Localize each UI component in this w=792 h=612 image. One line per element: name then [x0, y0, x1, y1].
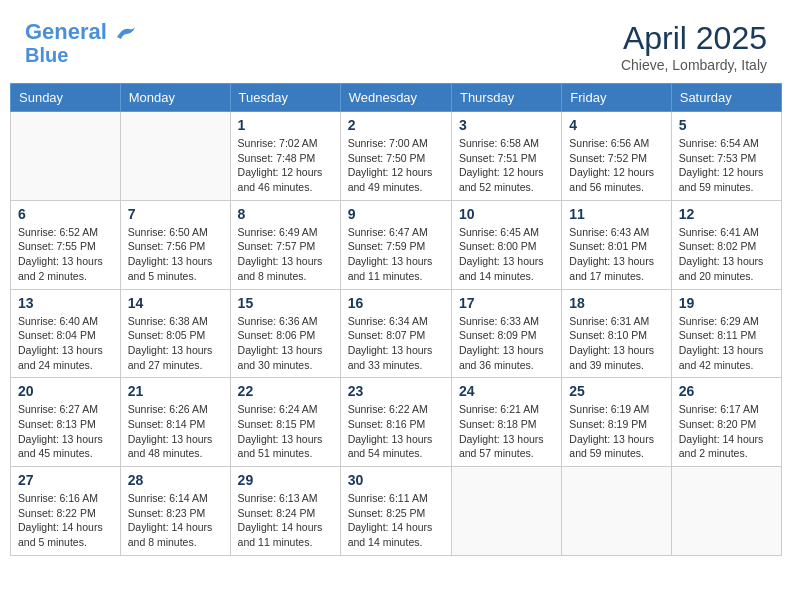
calendar-cell: [671, 467, 781, 556]
day-number: 12: [679, 206, 774, 222]
day-info: Sunrise: 6:50 AMSunset: 7:56 PMDaylight:…: [128, 225, 223, 284]
weekday-header-tuesday: Tuesday: [230, 84, 340, 112]
day-number: 19: [679, 295, 774, 311]
day-info: Sunrise: 6:38 AMSunset: 8:05 PMDaylight:…: [128, 314, 223, 373]
calendar-cell: 9Sunrise: 6:47 AMSunset: 7:59 PMDaylight…: [340, 200, 451, 289]
day-number: 20: [18, 383, 113, 399]
calendar-cell: [451, 467, 561, 556]
calendar-cell: 6Sunrise: 6:52 AMSunset: 7:55 PMDaylight…: [11, 200, 121, 289]
day-info: Sunrise: 6:40 AMSunset: 8:04 PMDaylight:…: [18, 314, 113, 373]
calendar-header-row: SundayMondayTuesdayWednesdayThursdayFrid…: [11, 84, 782, 112]
day-number: 3: [459, 117, 554, 133]
calendar-cell: 14Sunrise: 6:38 AMSunset: 8:05 PMDayligh…: [120, 289, 230, 378]
calendar-cell: 20Sunrise: 6:27 AMSunset: 8:13 PMDayligh…: [11, 378, 121, 467]
day-number: 17: [459, 295, 554, 311]
day-info: Sunrise: 7:00 AMSunset: 7:50 PMDaylight:…: [348, 136, 444, 195]
day-number: 23: [348, 383, 444, 399]
calendar-cell: 29Sunrise: 6:13 AMSunset: 8:24 PMDayligh…: [230, 467, 340, 556]
day-info: Sunrise: 6:52 AMSunset: 7:55 PMDaylight:…: [18, 225, 113, 284]
logo-blue: Blue: [25, 44, 68, 66]
day-number: 9: [348, 206, 444, 222]
day-number: 18: [569, 295, 663, 311]
day-info: Sunrise: 6:54 AMSunset: 7:53 PMDaylight:…: [679, 136, 774, 195]
day-info: Sunrise: 6:19 AMSunset: 8:19 PMDaylight:…: [569, 402, 663, 461]
location: Chieve, Lombardy, Italy: [621, 57, 767, 73]
day-number: 21: [128, 383, 223, 399]
calendar-cell: 13Sunrise: 6:40 AMSunset: 8:04 PMDayligh…: [11, 289, 121, 378]
day-number: 24: [459, 383, 554, 399]
weekday-header-monday: Monday: [120, 84, 230, 112]
page-header: General Blue April 2025 Chieve, Lombardy…: [10, 10, 782, 78]
day-info: Sunrise: 6:17 AMSunset: 8:20 PMDaylight:…: [679, 402, 774, 461]
day-number: 13: [18, 295, 113, 311]
day-info: Sunrise: 6:34 AMSunset: 8:07 PMDaylight:…: [348, 314, 444, 373]
day-number: 7: [128, 206, 223, 222]
day-number: 4: [569, 117, 663, 133]
calendar-cell: 26Sunrise: 6:17 AMSunset: 8:20 PMDayligh…: [671, 378, 781, 467]
calendar-table: SundayMondayTuesdayWednesdayThursdayFrid…: [10, 83, 782, 556]
day-number: 6: [18, 206, 113, 222]
logo-bird-icon: [115, 25, 137, 41]
day-info: Sunrise: 6:41 AMSunset: 8:02 PMDaylight:…: [679, 225, 774, 284]
day-number: 10: [459, 206, 554, 222]
day-info: Sunrise: 6:29 AMSunset: 8:11 PMDaylight:…: [679, 314, 774, 373]
day-info: Sunrise: 6:43 AMSunset: 8:01 PMDaylight:…: [569, 225, 663, 284]
calendar-cell: 16Sunrise: 6:34 AMSunset: 8:07 PMDayligh…: [340, 289, 451, 378]
weekday-header-wednesday: Wednesday: [340, 84, 451, 112]
calendar-week-row: 27Sunrise: 6:16 AMSunset: 8:22 PMDayligh…: [11, 467, 782, 556]
day-number: 2: [348, 117, 444, 133]
title-block: April 2025 Chieve, Lombardy, Italy: [621, 20, 767, 73]
calendar-week-row: 20Sunrise: 6:27 AMSunset: 8:13 PMDayligh…: [11, 378, 782, 467]
day-info: Sunrise: 6:36 AMSunset: 8:06 PMDaylight:…: [238, 314, 333, 373]
calendar-week-row: 1Sunrise: 7:02 AMSunset: 7:48 PMDaylight…: [11, 112, 782, 201]
day-info: Sunrise: 6:24 AMSunset: 8:15 PMDaylight:…: [238, 402, 333, 461]
calendar-week-row: 6Sunrise: 6:52 AMSunset: 7:55 PMDaylight…: [11, 200, 782, 289]
calendar-cell: 12Sunrise: 6:41 AMSunset: 8:02 PMDayligh…: [671, 200, 781, 289]
month-title: April 2025: [621, 20, 767, 57]
day-info: Sunrise: 6:33 AMSunset: 8:09 PMDaylight:…: [459, 314, 554, 373]
weekday-header-thursday: Thursday: [451, 84, 561, 112]
day-number: 11: [569, 206, 663, 222]
calendar-cell: [120, 112, 230, 201]
weekday-header-saturday: Saturday: [671, 84, 781, 112]
day-info: Sunrise: 6:14 AMSunset: 8:23 PMDaylight:…: [128, 491, 223, 550]
day-info: Sunrise: 6:13 AMSunset: 8:24 PMDaylight:…: [238, 491, 333, 550]
calendar-cell: 10Sunrise: 6:45 AMSunset: 8:00 PMDayligh…: [451, 200, 561, 289]
calendar-cell: 5Sunrise: 6:54 AMSunset: 7:53 PMDaylight…: [671, 112, 781, 201]
calendar-cell: 19Sunrise: 6:29 AMSunset: 8:11 PMDayligh…: [671, 289, 781, 378]
day-info: Sunrise: 6:47 AMSunset: 7:59 PMDaylight:…: [348, 225, 444, 284]
calendar-cell: 7Sunrise: 6:50 AMSunset: 7:56 PMDaylight…: [120, 200, 230, 289]
calendar-cell: 27Sunrise: 6:16 AMSunset: 8:22 PMDayligh…: [11, 467, 121, 556]
day-number: 27: [18, 472, 113, 488]
calendar-cell: 22Sunrise: 6:24 AMSunset: 8:15 PMDayligh…: [230, 378, 340, 467]
day-number: 25: [569, 383, 663, 399]
calendar-cell: 4Sunrise: 6:56 AMSunset: 7:52 PMDaylight…: [562, 112, 671, 201]
day-info: Sunrise: 7:02 AMSunset: 7:48 PMDaylight:…: [238, 136, 333, 195]
day-info: Sunrise: 6:31 AMSunset: 8:10 PMDaylight:…: [569, 314, 663, 373]
calendar-cell: 25Sunrise: 6:19 AMSunset: 8:19 PMDayligh…: [562, 378, 671, 467]
day-info: Sunrise: 6:56 AMSunset: 7:52 PMDaylight:…: [569, 136, 663, 195]
day-info: Sunrise: 6:22 AMSunset: 8:16 PMDaylight:…: [348, 402, 444, 461]
calendar-cell: 30Sunrise: 6:11 AMSunset: 8:25 PMDayligh…: [340, 467, 451, 556]
day-info: Sunrise: 6:26 AMSunset: 8:14 PMDaylight:…: [128, 402, 223, 461]
calendar-cell: 1Sunrise: 7:02 AMSunset: 7:48 PMDaylight…: [230, 112, 340, 201]
day-number: 16: [348, 295, 444, 311]
calendar-cell: 18Sunrise: 6:31 AMSunset: 8:10 PMDayligh…: [562, 289, 671, 378]
calendar-cell: 2Sunrise: 7:00 AMSunset: 7:50 PMDaylight…: [340, 112, 451, 201]
day-number: 22: [238, 383, 333, 399]
calendar-cell: 28Sunrise: 6:14 AMSunset: 8:23 PMDayligh…: [120, 467, 230, 556]
logo-text: General: [25, 20, 137, 44]
calendar-cell: 23Sunrise: 6:22 AMSunset: 8:16 PMDayligh…: [340, 378, 451, 467]
calendar-cell: 3Sunrise: 6:58 AMSunset: 7:51 PMDaylight…: [451, 112, 561, 201]
day-number: 14: [128, 295, 223, 311]
day-number: 1: [238, 117, 333, 133]
day-info: Sunrise: 6:11 AMSunset: 8:25 PMDaylight:…: [348, 491, 444, 550]
calendar-cell: 24Sunrise: 6:21 AMSunset: 8:18 PMDayligh…: [451, 378, 561, 467]
calendar-cell: 17Sunrise: 6:33 AMSunset: 8:09 PMDayligh…: [451, 289, 561, 378]
day-info: Sunrise: 6:27 AMSunset: 8:13 PMDaylight:…: [18, 402, 113, 461]
day-info: Sunrise: 6:45 AMSunset: 8:00 PMDaylight:…: [459, 225, 554, 284]
calendar-cell: [562, 467, 671, 556]
day-info: Sunrise: 6:58 AMSunset: 7:51 PMDaylight:…: [459, 136, 554, 195]
day-number: 29: [238, 472, 333, 488]
calendar-cell: [11, 112, 121, 201]
